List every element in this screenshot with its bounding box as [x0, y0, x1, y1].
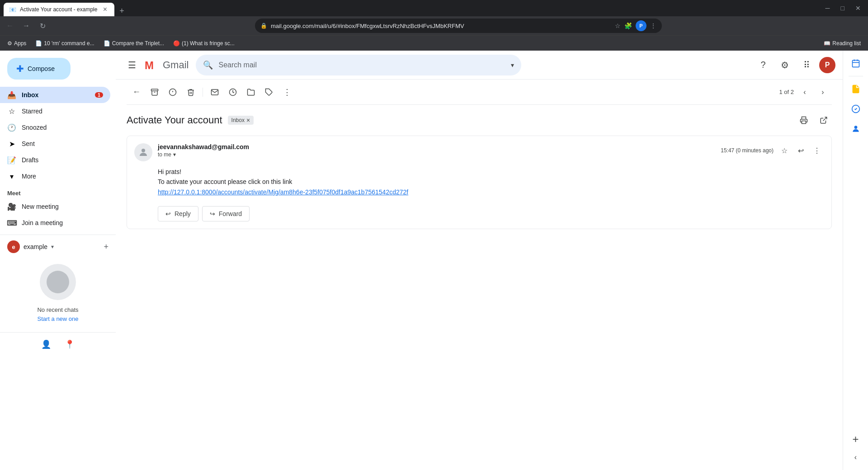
forward-button[interactable]: →	[20, 19, 33, 32]
minimize-button[interactable]: ─	[822, 3, 834, 14]
open-in-new-button[interactable]	[816, 112, 832, 128]
active-tab[interactable]: 📧 Activate Your account - example ×	[4, 3, 114, 16]
right-panel-tasks-button[interactable]	[847, 100, 865, 118]
right-panel-expand-button[interactable]: ‹	[847, 448, 865, 466]
hamburger-menu-button[interactable]: ☰	[123, 56, 141, 74]
email-body: Hi prats! To activate your account pleas…	[134, 167, 824, 197]
right-panel-calendar-button[interactable]	[847, 54, 865, 72]
more-options-button[interactable]: ⋮	[279, 84, 295, 100]
address-bar-row: ← → ↻ 🔒 mail.google.com/mail/u/6/#inbox/…	[0, 16, 868, 35]
inbox-badge: 1	[95, 92, 103, 98]
join-meeting-label: Join a meeting	[22, 219, 103, 226]
sidebar-item-drafts[interactable]: 📝 Drafts	[0, 152, 110, 168]
forward-button[interactable]: ↪ Forward	[202, 206, 250, 221]
hangouts-add-button[interactable]: +	[104, 242, 108, 252]
email-star-button[interactable]: ☆	[777, 143, 792, 158]
pagination-text: 1 of 2	[779, 89, 794, 95]
forward-arrow-icon: ↪	[210, 210, 215, 217]
search-input[interactable]: Search mail	[218, 61, 505, 69]
email-subject: Activate Your account	[127, 114, 222, 126]
search-icon[interactable]: 🔍	[203, 60, 213, 70]
move-to-button[interactable]	[243, 84, 259, 100]
delete-button[interactable]	[183, 84, 199, 100]
sender-avatar	[134, 143, 152, 161]
rm-label: 10 'rm' command e...	[44, 40, 94, 47]
extension-puzzle-icon[interactable]: 🧩	[624, 22, 632, 29]
email-actions: ↩ Reply ↪ Forward	[134, 206, 824, 221]
right-panel-notes-button[interactable]	[847, 80, 865, 98]
hangouts-header: e example ▾ +	[0, 239, 116, 255]
menu-icon[interactable]: ⋮	[650, 22, 656, 29]
bookmark-fringe[interactable]: 🔴 (1) What is fringe sc...	[170, 38, 238, 48]
activation-link[interactable]: http://127.0.0.1:8000/accounts/activate/…	[158, 188, 408, 196]
email-timestamp: 15:47 (0 minutes ago)	[721, 147, 774, 154]
inbox-tag[interactable]: Inbox ×	[228, 116, 254, 125]
hangouts-person-button[interactable]: 👤	[38, 336, 54, 352]
start-new-chat-link[interactable]: Start a new one	[37, 315, 78, 322]
refresh-button[interactable]: ↻	[36, 19, 49, 32]
tab-close-btn[interactable]: ×	[101, 5, 109, 14]
triplet-favicon: 📄	[104, 40, 110, 47]
apps-grid-button[interactable]: ⠿	[797, 56, 816, 74]
reply-button[interactable]: ↩ Reply	[158, 206, 198, 221]
sidebar-item-more[interactable]: ▾ More	[0, 168, 110, 184]
new-tab-button[interactable]: +	[116, 5, 127, 16]
bookmark-apps[interactable]: ⚙ Apps	[4, 38, 30, 48]
ghost-inner	[47, 271, 69, 293]
address-bar[interactable]: 🔒 mail.google.com/mail/u/6/#inbox/FMfcgx…	[255, 19, 662, 33]
sidebar-item-snoozed[interactable]: 🕐 Snoozed	[0, 119, 110, 136]
svg-rect-11	[852, 60, 859, 67]
sidebar: ✚ Compose 📥 Inbox 1 ☆ Starred 🕐 Snoozed …	[0, 51, 116, 470]
sidebar-item-starred[interactable]: ☆ Starred	[0, 103, 110, 119]
sidebar-item-sent[interactable]: ➤ Sent	[0, 136, 110, 152]
sidebar-item-join-meeting[interactable]: ⌨ Join a meeting	[0, 215, 110, 231]
bookmark-rm-command[interactable]: 📄 10 'rm' command e...	[32, 38, 98, 48]
search-bar[interactable]: 🔍 Search mail ▾	[196, 55, 521, 75]
compose-button[interactable]: ✚ Compose	[7, 58, 71, 80]
user-avatar[interactable]: P	[819, 57, 835, 73]
inbox-tag-label: Inbox	[231, 117, 245, 123]
bookmark-compare-triplet[interactable]: 📄 Compare the Triplet...	[100, 38, 168, 48]
print-button[interactable]	[796, 112, 812, 128]
label-button[interactable]	[261, 84, 277, 100]
hangouts-user-row[interactable]: e example ▾	[7, 240, 100, 253]
sidebar-item-new-meeting[interactable]: 🎥 New meeting	[0, 198, 110, 215]
sidebar-item-inbox[interactable]: 📥 Inbox 1	[0, 87, 110, 103]
next-email-button[interactable]: ›	[816, 85, 830, 99]
search-options-icon[interactable]: ▾	[511, 61, 514, 69]
reading-list-label: Reading list	[832, 40, 861, 47]
reading-list-button[interactable]: 📖 Reading list	[820, 38, 864, 48]
forward-label: Forward	[219, 210, 242, 217]
right-panel-contacts-button[interactable]	[847, 120, 865, 138]
prev-email-button[interactable]: ‹	[797, 85, 812, 99]
maximize-button[interactable]: □	[837, 3, 848, 14]
close-button[interactable]: ✕	[852, 3, 864, 14]
archive-button[interactable]	[146, 84, 163, 100]
snoozed-label: Snoozed	[22, 124, 103, 131]
inbox-tag-close[interactable]: ×	[246, 117, 250, 124]
right-panel-add-button[interactable]: +	[847, 430, 865, 448]
email-thread: jeevannakshawad@gmail.com to me ▾ 15:47 …	[127, 136, 832, 229]
tab-favicon: 📧	[9, 6, 16, 13]
back-to-inbox-button[interactable]: ←	[128, 84, 145, 100]
starred-icon: ☆	[7, 107, 16, 116]
address-right-actions: ☆ 🧩 P ⋮	[615, 20, 656, 31]
sender-info: jeevannakshawad@gmail.com to me ▾	[158, 143, 715, 158]
star-bookmark-icon[interactable]: ☆	[615, 22, 621, 29]
mark-unread-button[interactable]	[207, 84, 223, 100]
email-reply-quick-button[interactable]: ↩	[793, 143, 808, 158]
email-more-button[interactable]: ⋮	[810, 143, 824, 158]
profile-avatar[interactable]: P	[636, 20, 646, 31]
browser-chrome: 📧 Activate Your account - example × + ─ …	[0, 0, 868, 16]
email-message-header: jeevannakshawad@gmail.com to me ▾ 15:47 …	[134, 143, 824, 161]
settings-button[interactable]: ⚙	[776, 56, 794, 74]
snooze-button[interactable]	[225, 84, 241, 100]
gmail-logo: M Gmail	[145, 59, 189, 71]
right-panel: + ‹	[843, 51, 868, 470]
report-spam-button[interactable]	[165, 84, 181, 100]
back-button[interactable]: ←	[4, 19, 16, 32]
svg-line-9	[823, 117, 827, 121]
hangouts-location-button[interactable]: 📍	[61, 336, 78, 352]
tab-title: Activate Your account - example	[20, 6, 97, 13]
help-button[interactable]: ?	[754, 56, 772, 74]
